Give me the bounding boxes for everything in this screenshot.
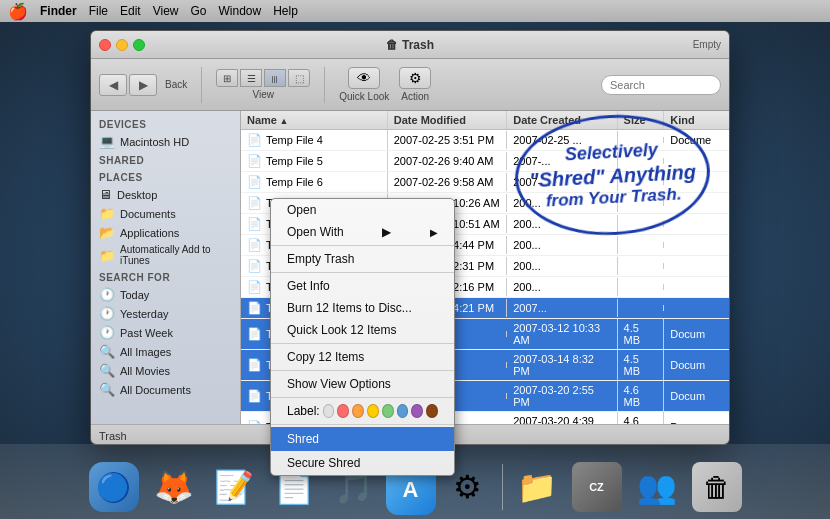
yesterday-label: Yesterday <box>120 308 169 320</box>
ctx-copy[interactable]: Copy 12 Items <box>271 346 454 368</box>
menu-go[interactable]: Go <box>191 4 207 18</box>
dock-cz-icon: CZ <box>572 462 622 512</box>
menu-help[interactable]: Help <box>273 4 298 18</box>
search-input[interactable] <box>601 75 721 95</box>
view-buttons: ⊞ ☰ ⫼ ⬚ <box>216 69 310 87</box>
file-kind <box>664 263 729 269</box>
label-dot-blue[interactable] <box>397 404 409 418</box>
label-dot-red[interactable] <box>337 404 349 418</box>
file-icon: 📄 <box>247 154 262 168</box>
pastweek-icon: 🕐 <box>99 325 115 340</box>
documents-label: Documents <box>120 208 176 220</box>
ctx-empty-trash[interactable]: Empty Trash <box>271 248 454 270</box>
ctx-label-text: Label: <box>287 404 320 418</box>
label-dot-brown[interactable] <box>426 404 438 418</box>
desktop-icon: 🖥 <box>99 187 112 202</box>
sidebar-item-macintosh[interactable]: 💻 Macintosh HD <box>91 132 240 151</box>
documents-icon: 📁 <box>99 206 115 221</box>
sidebar-item-itunes[interactable]: 📁 Automatically Add to iTunes <box>91 242 240 268</box>
ctx-shred[interactable]: Shred <box>271 427 454 451</box>
label-dot-purple[interactable] <box>411 404 423 418</box>
devices-header: DEVICES <box>91 115 240 132</box>
file-kind: Docum <box>664 418 729 424</box>
col-modified-header[interactable]: Date Modified <box>388 111 507 129</box>
close-button[interactable] <box>99 39 111 51</box>
apple-menu-icon[interactable]: 🍎 <box>8 2 28 21</box>
allimages-icon: 🔍 <box>99 344 115 359</box>
dock-folder1[interactable]: 📁 <box>509 459 565 515</box>
sidebar-item-allimages[interactable]: 🔍 All Images <box>91 342 240 361</box>
dock-folder2[interactable]: CZ <box>569 459 625 515</box>
quicklook-button[interactable]: 👁 Quick Look <box>339 67 389 102</box>
dock-people[interactable]: 👥 <box>629 459 685 515</box>
ctx-label-row: Label: <box>271 400 454 422</box>
back-button[interactable]: ◀ <box>99 74 127 96</box>
label-dot-yellow[interactable] <box>367 404 379 418</box>
pastweek-label: Past Week <box>120 327 173 339</box>
dock-trash[interactable]: 🗑 <box>689 459 745 515</box>
file-icon: 📄 <box>247 389 262 403</box>
sidebar-item-applications[interactable]: 📂 Applications <box>91 223 240 242</box>
title-bar: 🗑 Trash Empty <box>91 31 729 59</box>
search-header: SEARCH FOR <box>91 268 240 285</box>
ctx-burn[interactable]: Burn 12 Items to Disc... <box>271 297 454 319</box>
file-kind <box>664 179 729 185</box>
menu-finder[interactable]: Finder <box>40 4 77 18</box>
file-kind <box>664 305 729 311</box>
col-created-header[interactable]: Date Created <box>507 111 617 129</box>
dock-stickies[interactable]: 📝 <box>206 459 262 515</box>
label-dot-none[interactable] <box>323 404 335 418</box>
table-row[interactable]: 📄 Temp File 4 2007-02-25 3:51 PM 2007-02… <box>241 130 729 151</box>
file-size <box>618 200 665 206</box>
ctx-view-options[interactable]: Show View Options <box>271 373 454 395</box>
ctx-quicklook[interactable]: Quick Look 12 Items <box>271 319 454 341</box>
sidebar-item-yesterday[interactable]: 🕐 Yesterday <box>91 304 240 323</box>
view-cover-btn[interactable]: ⬚ <box>288 69 310 87</box>
sidebar-item-alldocs[interactable]: 🔍 All Documents <box>91 380 240 399</box>
file-kind <box>664 284 729 290</box>
sidebar-item-allmovies[interactable]: 🔍 All Movies <box>91 361 240 380</box>
table-row[interactable]: 📄 Temp File 5 2007-02-26 9:40 AM 2007-..… <box>241 151 729 172</box>
forward-button[interactable]: ▶ <box>129 74 157 96</box>
col-name-header[interactable]: Name <box>241 111 388 129</box>
table-row[interactable]: 📄 Temp File 6 2007-02-26 9:58 AM 2007-..… <box>241 172 729 193</box>
file-created: 2007-03-20 4:39 PM <box>507 412 617 424</box>
menu-window[interactable]: Window <box>219 4 262 18</box>
places-header: PLACES <box>91 168 240 185</box>
file-icon: 📄 <box>247 217 262 231</box>
context-menu: Open Open With ▶ Empty Trash Get Info Bu… <box>270 198 455 476</box>
dock-finder[interactable]: 🔵 <box>86 459 142 515</box>
ctx-get-info[interactable]: Get Info <box>271 275 454 297</box>
file-created: 2007-03-12 10:33 AM <box>507 319 617 349</box>
window-title: 🗑 Trash <box>386 38 434 52</box>
view-list-btn[interactable]: ☰ <box>240 69 262 87</box>
sidebar-item-today[interactable]: 🕐 Today <box>91 285 240 304</box>
empty-label: Empty <box>693 39 721 50</box>
ctx-secure-shred[interactable]: Secure Shred <box>271 451 454 475</box>
sidebar-item-documents[interactable]: 📁 Documents <box>91 204 240 223</box>
alldocs-icon: 🔍 <box>99 382 115 397</box>
menu-edit[interactable]: Edit <box>120 4 141 18</box>
minimize-button[interactable] <box>116 39 128 51</box>
file-created: 200... <box>507 257 617 275</box>
view-icon-btn[interactable]: ⊞ <box>216 69 238 87</box>
action-button[interactable]: ⚙ Action <box>399 67 431 102</box>
ctx-open[interactable]: Open <box>271 199 454 221</box>
label-dot-orange[interactable] <box>352 404 364 418</box>
sidebar-item-desktop[interactable]: 🖥 Desktop <box>91 185 240 204</box>
file-kind <box>664 221 729 227</box>
file-kind: Docum <box>664 356 729 374</box>
file-icon: 📄 <box>247 175 262 189</box>
view-column-btn[interactable]: ⫼ <box>264 69 286 87</box>
dock-firefox[interactable]: 🦊 <box>146 459 202 515</box>
applications-icon: 📂 <box>99 225 115 240</box>
ctx-open-with[interactable]: Open With ▶ <box>271 221 454 243</box>
file-size <box>618 221 665 227</box>
ctx-sep-4 <box>271 370 454 371</box>
file-modified: 2007-02-26 9:58 AM <box>388 173 507 191</box>
sidebar-item-pastweek[interactable]: 🕐 Past Week <box>91 323 240 342</box>
menu-view[interactable]: View <box>153 4 179 18</box>
maximize-button[interactable] <box>133 39 145 51</box>
label-dot-green[interactable] <box>382 404 394 418</box>
menu-file[interactable]: File <box>89 4 108 18</box>
